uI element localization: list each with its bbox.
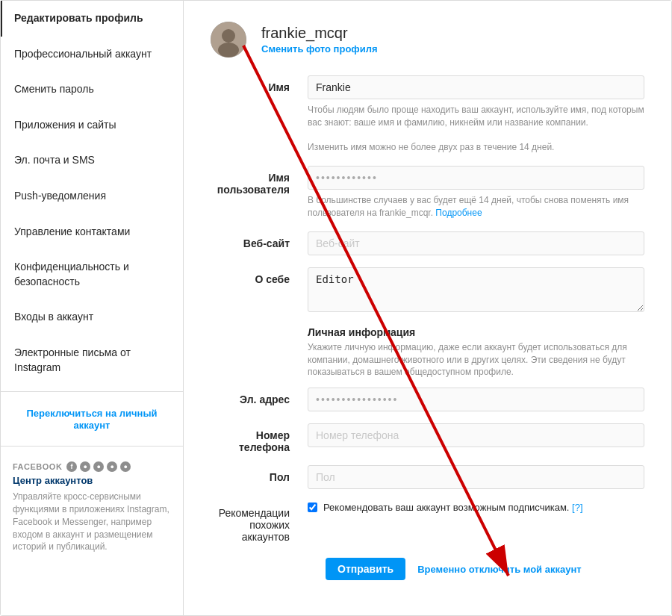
- gender-field: [308, 465, 644, 489]
- username-row: Имя пользователя В большинстве случаев у…: [211, 166, 644, 220]
- sidebar-item-edit-profile[interactable]: Редактировать профиль: [1, 1, 183, 37]
- fb-icon-3: ●: [93, 461, 104, 472]
- email-field: [308, 388, 644, 411]
- similar-checkbox[interactable]: [308, 503, 317, 512]
- profile-info: frankie_mcqr Сменить фото профиля: [261, 25, 378, 55]
- profile-header: frankie_mcqr Сменить фото профиля: [211, 22, 644, 57]
- email-row: Эл. адрес: [211, 388, 644, 411]
- username-field: В большинстве случаев у вас будет ещё 14…: [308, 166, 644, 220]
- change-photo-link[interactable]: Сменить фото профиля: [261, 43, 378, 55]
- sidebar-divider: [1, 391, 183, 392]
- username-label: Имя пользователя: [211, 166, 308, 196]
- name-row: Имя Чтобы людям было проще находить ваш …: [211, 75, 644, 154]
- similar-help-link[interactable]: [?]: [572, 502, 582, 513]
- username-hint-link[interactable]: Подробнее: [435, 208, 482, 218]
- main-content: frankie_mcqr Сменить фото профиля Имя Чт…: [184, 1, 671, 615]
- form-actions: Отправить Временно отключить мой аккаунт: [211, 558, 644, 580]
- website-input[interactable]: [308, 231, 644, 255]
- svg-point-3: [222, 29, 235, 43]
- fb-icon-2: ●: [80, 461, 90, 472]
- email-label: Эл. адрес: [211, 388, 308, 405]
- website-field: [308, 231, 644, 255]
- email-input[interactable]: [308, 388, 644, 411]
- fb-icon-4: ●: [107, 461, 117, 472]
- sidebar: Редактировать профиль Профессиональный а…: [1, 1, 184, 615]
- gender-row: Пол: [211, 465, 644, 489]
- sidebar-item-professional[interactable]: Профессиональный аккаунт: [1, 37, 183, 72]
- name-hint: Чтобы людям было проще находить ваш акка…: [308, 104, 644, 154]
- submit-button[interactable]: Отправить: [326, 558, 405, 580]
- personal-info-section: Личная информация Укажите личную информа…: [211, 326, 644, 379]
- facebook-desc: Управляйте кросс-сервисными функциями в …: [13, 491, 171, 553]
- profile-username: frankie_mcqr: [261, 25, 378, 42]
- sidebar-divider-2: [1, 446, 183, 447]
- gender-input[interactable]: [308, 465, 644, 489]
- similar-label: Рекомендации похожих аккаунтов: [211, 501, 308, 543]
- sidebar-item-logins[interactable]: Входы в аккаунт: [1, 299, 183, 335]
- sidebar-facebook-section: FACEBOOK f ● ● ● ● Центр аккаунтов Управ…: [1, 452, 183, 562]
- disable-account-button[interactable]: Временно отключить мой аккаунт: [417, 559, 581, 580]
- avatar: [211, 22, 246, 57]
- facebook-center-link[interactable]: Центр аккаунтов: [13, 475, 171, 486]
- fb-icon-1: f: [66, 461, 77, 472]
- sidebar-item-apps[interactable]: Приложения и сайты: [1, 108, 183, 143]
- sidebar-item-email-sms[interactable]: Эл. почта и SMS: [1, 143, 183, 178]
- phone-field: [308, 423, 644, 447]
- sidebar-item-privacy[interactable]: Конфиденциальность и безопасность: [1, 249, 183, 299]
- bio-row: О себе Editor: [211, 267, 644, 314]
- sidebar-switch[interactable]: Переключиться на личный аккаунт: [1, 398, 183, 440]
- name-field: Чтобы людям было проще находить ваш акка…: [308, 75, 644, 154]
- facebook-header: FACEBOOK f ● ● ● ●: [13, 461, 171, 472]
- fb-icon-5: ●: [120, 461, 131, 472]
- website-row: Веб-сайт: [211, 231, 644, 255]
- personal-info-title: Личная информация: [308, 326, 644, 338]
- bio-textarea[interactable]: Editor: [308, 267, 644, 312]
- username-hint: В большинстве случаев у вас будет ещё 14…: [308, 194, 644, 220]
- gender-label: Пол: [211, 465, 308, 483]
- sidebar-item-change-password[interactable]: Сменить пароль: [1, 72, 183, 108]
- similar-field: Рекомендовать ваш аккаунт возможным подп…: [308, 501, 644, 514]
- phone-row: Номер телефона: [211, 423, 644, 453]
- svg-point-4: [218, 43, 239, 57]
- sidebar-item-push[interactable]: Push-уведомления: [1, 178, 183, 214]
- sidebar-item-contacts[interactable]: Управление контактами: [1, 214, 183, 250]
- facebook-icons: f ● ● ● ●: [66, 461, 131, 472]
- website-label: Веб-сайт: [211, 231, 308, 249]
- phone-label: Номер телефона: [211, 423, 308, 453]
- personal-info-desc: Укажите личную информацию, даже если акк…: [308, 341, 644, 379]
- name-input[interactable]: [308, 75, 644, 99]
- bio-label: О себе: [211, 267, 308, 285]
- phone-input[interactable]: [308, 423, 644, 447]
- bio-field: Editor: [308, 267, 644, 314]
- similar-checkbox-row: Рекомендовать ваш аккаунт возможным подп…: [308, 501, 644, 514]
- name-label: Имя: [211, 75, 308, 93]
- username-input[interactable]: [308, 166, 644, 190]
- personal-info-text: Личная информация Укажите личную информа…: [308, 326, 644, 379]
- similar-row: Рекомендации похожих аккаунтов Рекомендо…: [211, 501, 644, 543]
- similar-checkbox-label: Рекомендовать ваш аккаунт возможным подп…: [323, 501, 583, 514]
- sidebar-item-emails[interactable]: Электронные письма от Instagram: [1, 335, 183, 385]
- switch-account-link[interactable]: Переключиться на личный аккаунт: [26, 408, 157, 431]
